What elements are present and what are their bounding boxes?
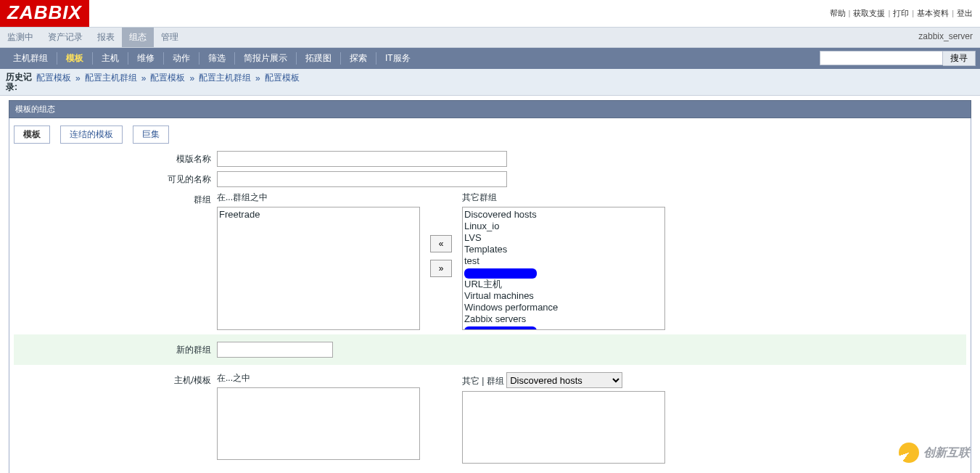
search-input[interactable]	[820, 51, 943, 65]
main-tab[interactable]: 监测中	[0, 28, 41, 47]
list-item[interactable]: Templates	[464, 244, 663, 255]
top-link[interactable]: 获取支援	[853, 9, 885, 17]
list-item[interactable]: Virtual machines	[464, 290, 663, 302]
sub-nav-item[interactable]: IT服务	[376, 52, 419, 65]
in-group-label: 在...群组之中	[217, 192, 420, 204]
history-link[interactable]: 配置模板	[265, 72, 300, 84]
watermark-icon	[899, 443, 919, 463]
list-item[interactable]: test	[464, 255, 663, 267]
logo: ZABBIX	[0, 0, 89, 27]
move-right-button[interactable]: »	[430, 260, 452, 277]
groups-label: 群组	[14, 192, 217, 206]
host-group-select[interactable]: Discovered hosts	[506, 372, 622, 388]
list-item[interactable]	[464, 325, 663, 330]
list-item[interactable]: LVS	[464, 232, 663, 244]
in-group-listbox[interactable]: Freetrade	[217, 207, 420, 330]
other-group-label: 其它 | 群组	[462, 376, 504, 386]
list-item[interactable]	[464, 267, 663, 279]
list-item[interactable]: Freetrade	[219, 209, 418, 221]
list-item[interactable]: Zabbix servers	[464, 313, 663, 325]
sub-nav-item[interactable]: 主机群组	[4, 52, 57, 65]
host-other-listbox[interactable]	[462, 391, 665, 464]
inner-tab[interactable]: 巨集	[133, 126, 169, 144]
top-link[interactable]: 帮助	[830, 9, 846, 17]
new-group-label: 新的群组	[14, 344, 217, 356]
sub-nav-item[interactable]: 探索	[341, 52, 376, 65]
top-link[interactable]: 基本资料	[917, 9, 949, 17]
template-name-label: 模版名称	[14, 151, 217, 165]
main-tab[interactable]: 资产记录	[41, 28, 90, 47]
in-label: 在...之中	[217, 372, 420, 384]
main-tab[interactable]: 报表	[90, 28, 122, 47]
inner-tab[interactable]: 连结的模板	[60, 126, 123, 144]
history-link[interactable]: 配置模板	[36, 72, 71, 84]
history-link[interactable]: 配置主机群组	[85, 72, 137, 84]
host-template-label: 主机/模板	[14, 372, 217, 387]
sub-nav: 主机群组模板主机维修动作筛选简报片展示拓蹼图探索IT服务	[4, 52, 820, 65]
host-in-listbox[interactable]	[217, 387, 420, 460]
main-tab[interactable]: 组态	[122, 28, 154, 47]
panel-title: 模板的组态	[9, 100, 971, 118]
history-label: 历史记录:	[6, 72, 36, 92]
sub-nav-item[interactable]: 模板	[57, 52, 93, 65]
sub-nav-item[interactable]: 拓蹼图	[297, 52, 341, 65]
visible-name-input[interactable]	[217, 171, 507, 187]
server-label: zabbix_server	[911, 28, 980, 45]
inner-tab[interactable]: 模板	[14, 126, 50, 144]
other-groups-listbox[interactable]: Discovered hostsLinux_ioLVSTemplatestest…	[462, 207, 665, 330]
sub-nav-item[interactable]: 简报片展示	[235, 52, 297, 65]
main-tabs: 监测中资产记录报表组态管理	[0, 28, 911, 47]
list-item[interactable]: Linux_io	[464, 221, 663, 232]
inner-tabs: 模板连结的模板巨集	[14, 126, 966, 144]
history-link[interactable]: 配置模板	[150, 72, 185, 84]
template-name-input[interactable]	[217, 151, 507, 167]
move-left-button[interactable]: «	[430, 235, 452, 252]
main-tab[interactable]: 管理	[154, 28, 186, 47]
sub-nav-item[interactable]: 动作	[164, 52, 199, 65]
sub-nav-item[interactable]: 主机	[93, 52, 128, 65]
sub-nav-item[interactable]: 维修	[128, 52, 164, 65]
new-group-input[interactable]	[217, 342, 333, 358]
list-item[interactable]: Discovered hosts	[464, 209, 663, 221]
other-groups-label: 其它群组	[462, 192, 665, 204]
visible-name-label: 可见的名称	[14, 171, 217, 186]
top-links: 帮助|获取支援|打印|基本资料|登出	[830, 8, 980, 19]
history-trail: 配置模板»配置主机群组»配置模板»配置主机群组»配置模板	[36, 72, 300, 84]
history-link[interactable]: 配置主机群组	[199, 72, 251, 84]
search-button[interactable]: 搜寻	[943, 51, 976, 66]
top-link[interactable]: 打印	[893, 9, 909, 17]
top-link[interactable]: 登出	[957, 9, 973, 17]
list-item[interactable]: URL主机	[464, 279, 663, 290]
watermark: 创新互联	[899, 443, 970, 463]
sub-nav-item[interactable]: 筛选	[199, 52, 235, 65]
list-item[interactable]: Windows performance	[464, 302, 663, 313]
